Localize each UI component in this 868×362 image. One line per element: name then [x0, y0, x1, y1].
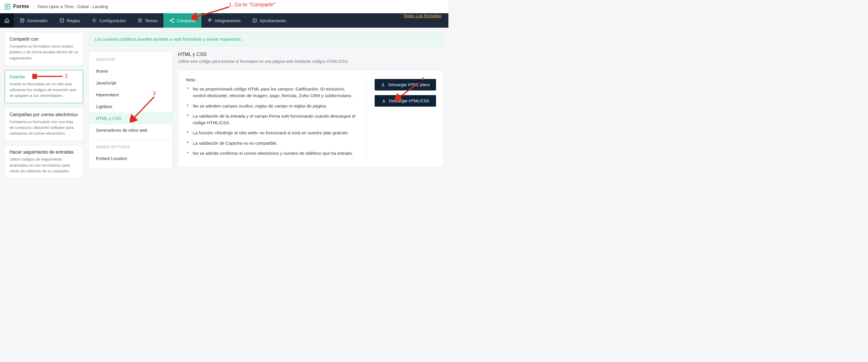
all-entries-link[interactable]: Todas Las Entradas: [403, 13, 448, 28]
note-left: Nota : No se proporcionará código HTML p…: [186, 77, 358, 160]
share-icon: [169, 18, 174, 23]
insert-item-label: HTML y CSS: [96, 116, 121, 121]
button-label: Descargar HTML plano: [388, 83, 430, 87]
brand-title: Forms: [13, 3, 29, 9]
note-frame: Nota : No se proporcionará código HTML p…: [178, 70, 444, 167]
insert-item-generadores[interactable]: Generadores de sitios web: [89, 124, 172, 136]
insert-item-label: Generadores de sitios web: [96, 128, 147, 132]
card-desc: Comparta su formulario con una lista de …: [9, 119, 78, 137]
insert-item-javascript[interactable]: JavaScript: [89, 77, 172, 89]
svg-point-9: [172, 19, 174, 20]
insert-item-lightbox[interactable]: Lightbox: [89, 100, 172, 112]
download-buttons: Descargar HTML plano Descargar HTML/CSS: [367, 77, 436, 160]
nav-item-generador[interactable]: Generador: [14, 13, 54, 28]
embed-heading: EMBED SETTINGS: [89, 143, 172, 152]
note-item: No se admiten campos ocultos, reglas de …: [193, 102, 358, 109]
nav-label: Aprobaciones: [260, 18, 286, 23]
nav-label: Temas: [145, 18, 158, 23]
card-seguimiento[interactable]: Hacer seguimiento de entradas Utilice có…: [5, 145, 83, 178]
svg-point-11: [172, 21, 174, 23]
card-title: Insertar: [9, 74, 78, 80]
button-label: Descargar HTML/CSS: [389, 98, 429, 103]
card-title: Campañas por correo electrónico: [9, 112, 78, 117]
settings-icon: [92, 18, 97, 23]
card-campanas[interactable]: Campañas por correo electrónico Comparta…: [5, 108, 83, 141]
home-button[interactable]: [0, 13, 14, 28]
note-list: No se proporcionará código HTML para los…: [186, 86, 358, 156]
nav-item-integraciones[interactable]: Integraciones: [202, 13, 246, 28]
section-desc: Utilice este código para insertar el for…: [178, 59, 444, 64]
page-body: Compartir con Comparta su formulario com…: [0, 28, 448, 188]
note-item: No se admite confirmar el correo electró…: [193, 150, 358, 156]
note-item: La función «Redirigir al sitio web» no f…: [193, 129, 358, 136]
note-item: No se proporcionará código HTML para los…: [193, 86, 358, 99]
svg-point-8: [94, 20, 95, 21]
insert-item-label: iframe: [96, 69, 108, 73]
insert-item-label: Lightbox: [96, 104, 113, 109]
card-desc: Inserte su formulario en un sitio web ut…: [9, 81, 78, 99]
insert-item-label: JavaScript: [96, 81, 116, 85]
public-access-banner: Los usuarios públicos pueden acceder a e…: [89, 32, 444, 46]
brand: Forms: [4, 3, 33, 10]
nav-item-configuracion[interactable]: Configuración: [86, 13, 132, 28]
insert-item-label: Hiperenlace: [96, 92, 119, 97]
form-name: Once Upon a Time - Dubai - Landing: [33, 4, 108, 9]
nav-item-reglas[interactable]: Reglas: [54, 13, 86, 28]
home-icon: [4, 18, 9, 23]
section-title: HTML y CSS: [178, 52, 444, 57]
download-icon: [381, 98, 386, 103]
forms-logo-icon: [4, 3, 11, 10]
themes-icon: [137, 18, 143, 23]
svg-point-10: [170, 20, 171, 21]
download-html-css-button[interactable]: Descargar HTML/CSS: [375, 95, 436, 107]
nav-spacer: [292, 13, 403, 28]
card-title: Hacer seguimiento de entradas: [9, 150, 78, 155]
nav-label: Configuración: [99, 18, 126, 23]
insert-item-embed-location[interactable]: Embed Location: [89, 152, 172, 164]
all-entries-anchor[interactable]: Todas Las Entradas: [403, 13, 441, 18]
insert-item-label: Embed Location: [96, 156, 127, 161]
nav-label: Integraciones: [215, 18, 241, 23]
nav-label: Compartir: [177, 18, 196, 23]
insert-item-iframe[interactable]: iframe: [89, 65, 172, 77]
nav-label: Reglas: [67, 18, 81, 23]
card-desc: Comparta su formulario como enlace públi…: [9, 43, 78, 61]
generator-icon: [20, 18, 25, 23]
card-insertar[interactable]: Insertar Inserte su formulario en un sit…: [5, 70, 83, 103]
card-desc: Utilice códigos de seguimiento avanzados…: [9, 156, 78, 174]
svg-line-12: [171, 19, 173, 20]
main-nav: Generador Reglas Configuración Temas Com…: [0, 13, 448, 28]
top-header: Forms Once Upon a Time - Dubai - Landing: [0, 0, 448, 13]
card-title: Compartir con: [9, 37, 78, 42]
download-icon: [381, 83, 385, 87]
download-plain-html-button[interactable]: Descargar HTML plano: [375, 79, 436, 90]
note-title: Nota :: [186, 77, 358, 82]
nav-item-compartir[interactable]: Compartir: [163, 13, 202, 28]
insert-item-html-css[interactable]: HTML y CSS: [89, 112, 172, 124]
insert-column: INSERTAR iframe JavaScript Hiperenlace L…: [89, 52, 172, 169]
insert-heading: INSERTAR: [89, 56, 172, 65]
integrations-icon: [207, 18, 212, 23]
note-item: La validación de Captcha no es compatibl…: [193, 140, 358, 146]
svg-rect-14: [253, 19, 256, 22]
nav-label: Generador: [27, 18, 48, 23]
svg-line-13: [171, 21, 173, 22]
approvals-icon: [252, 18, 257, 23]
nav-item-temas[interactable]: Temas: [132, 13, 163, 28]
nav-item-aprobaciones[interactable]: Aprobaciones: [246, 13, 292, 28]
app-root: Forms Once Upon a Time - Dubai - Landing…: [0, 0, 448, 188]
content-row: INSERTAR iframe JavaScript Hiperenlace L…: [89, 52, 444, 169]
insert-item-hiperenlace[interactable]: Hiperenlace: [89, 89, 172, 100]
left-panel: Compartir con Comparta su formulario com…: [5, 32, 83, 183]
card-compartir-con[interactable]: Compartir con Comparta su formulario com…: [5, 32, 83, 65]
nav-items: Generador Reglas Configuración Temas Com…: [14, 13, 448, 28]
note-item: La validación de la entrada y el campo F…: [193, 113, 358, 126]
main-column: HTML y CSS Utilice este código para inse…: [178, 52, 444, 167]
right-panel: Los usuarios públicos pueden acceder a e…: [89, 32, 444, 169]
rules-icon: [59, 18, 65, 23]
